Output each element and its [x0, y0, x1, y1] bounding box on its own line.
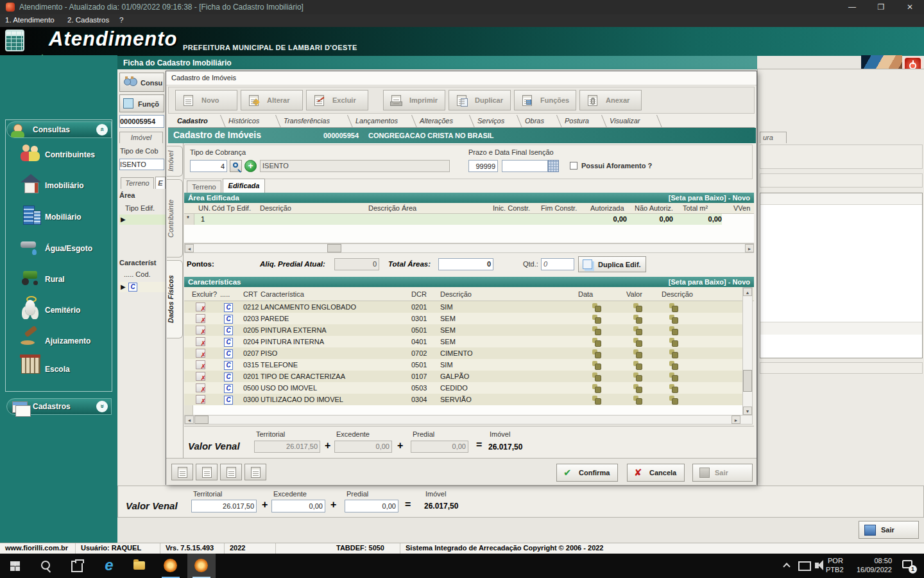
delete-row-icon[interactable]: ✗	[196, 372, 205, 381]
caract-hscroll-left-icon[interactable]: ◄	[185, 416, 194, 424]
notification-center-button[interactable]: 1	[896, 554, 924, 578]
sidebar-item-escola[interactable]: Escola	[45, 365, 70, 374]
c-badge[interactable]: C	[224, 372, 233, 381]
imobiliario-icon[interactable]	[19, 174, 42, 195]
bg-excedente-field[interactable]: 0,00	[271, 500, 325, 512]
c-badge[interactable]: C	[224, 315, 233, 324]
sidebar-item-cemiterio[interactable]: Cemitério	[45, 306, 80, 315]
sidebar-section-cadastros[interactable]: Cadastros »	[6, 398, 112, 415]
delete-row-icon[interactable]: ✗	[196, 326, 205, 335]
descricao-picker-icon[interactable]	[669, 361, 677, 369]
tab-historicos[interactable]: Históricos	[223, 115, 278, 128]
valor-picker-icon[interactable]	[633, 326, 641, 334]
imprimir-button[interactable]: Imprimir	[383, 90, 445, 110]
fiorilli-app-2-icon[interactable]	[187, 554, 216, 578]
bg-tab-postura-partial[interactable]: ura	[760, 132, 787, 143]
c-badge[interactable]: C	[224, 384, 233, 393]
c-badge[interactable]: C	[224, 396, 233, 405]
close-button[interactable]: ✕	[896, 0, 924, 14]
caract-row-9[interactable]: ✗ C 0300 UTILIZACAO DO IMOVEL 0304 SERVI…	[184, 394, 742, 405]
caract-hscrollbar[interactable]: ◄ ►	[184, 415, 753, 425]
bg-isento-field[interactable]: ISENTO	[119, 159, 164, 170]
bg-funcoes-button[interactable]: Funçõ	[119, 94, 164, 112]
caract-row-4[interactable]: ✗ C 0204 PINTURA INTERNA 0401 SEM	[184, 336, 742, 347]
caract-row-6[interactable]: ✗ C 0315 TELEFONE 0501 SIM	[184, 359, 742, 371]
menu-atendimento[interactable]: 1. Atendimento	[5, 16, 55, 24]
search-cobranca-button[interactable]	[230, 160, 242, 172]
side-tab-contribuinte[interactable]: Contribuinte	[167, 179, 183, 258]
chevron-down-icon[interactable]: »	[96, 401, 108, 412]
data-final-input[interactable]	[502, 160, 548, 172]
tab-cadastro[interactable]: Cadastro	[172, 115, 223, 128]
delete-row-icon[interactable]: ✗	[196, 349, 205, 358]
agua-esgoto-icon[interactable]	[19, 236, 42, 257]
caract-vscrollbar[interactable]: ▲ ▼	[742, 287, 753, 415]
clock[interactable]: 08:50 16/09/2022	[848, 554, 894, 578]
novo-button[interactable]: Novo	[175, 90, 237, 110]
data-picker-icon[interactable]	[592, 396, 600, 403]
subtab-terreno[interactable]: Terreno	[187, 180, 221, 193]
side-tab-dados-fisicos[interactable]: Dados Físicos	[167, 260, 183, 338]
descricao-picker-icon[interactable]	[669, 338, 677, 346]
tab-visualizar[interactable]: Visualizar	[604, 115, 660, 128]
file-explorer-icon[interactable]	[126, 554, 154, 578]
data-picker-icon[interactable]	[592, 361, 600, 369]
tab-postura[interactable]: Postura	[560, 115, 604, 128]
contribuintes-icon[interactable]	[19, 143, 42, 164]
excluir-button[interactable]: Excluir	[306, 90, 368, 110]
valor-picker-icon[interactable]	[633, 361, 641, 369]
data-picker-icon[interactable]	[592, 338, 600, 346]
maximize-button[interactable]: ❐	[867, 0, 895, 14]
descricao-picker-icon[interactable]	[669, 396, 677, 403]
data-picker-icon[interactable]	[592, 349, 600, 357]
total-areas-field[interactable]: 0	[438, 258, 493, 270]
delete-row-icon[interactable]: ✗	[196, 314, 205, 323]
tab-obras[interactable]: Obras	[520, 115, 560, 128]
menu-help[interactable]: ?	[119, 16, 123, 24]
data-picker-icon[interactable]	[592, 303, 600, 311]
sidebar-item-agua-esgoto[interactable]: Água/Esgoto	[45, 244, 92, 253]
bg-territorial-field[interactable]: 26.017,50	[191, 500, 257, 512]
sidebar-item-imobiliario[interactable]: Imobiliário	[45, 181, 84, 190]
data-picker-icon[interactable]	[592, 372, 600, 380]
calendar-calc-button[interactable]	[548, 160, 559, 172]
descricao-picker-icon[interactable]	[669, 326, 677, 334]
area-row[interactable]: 1 0,00 0,00 0,00	[194, 214, 722, 225]
fiorilli-app-1-icon[interactable]	[157, 554, 185, 578]
delete-row-icon[interactable]: ✗	[196, 383, 205, 392]
area-hscroll-left-icon[interactable]: ◄	[185, 244, 194, 252]
cemiterio-icon[interactable]	[19, 296, 42, 317]
sidebar-item-rural[interactable]: Rural	[45, 275, 65, 284]
qtd-field[interactable]: 0	[541, 258, 574, 270]
chevron-up-icon[interactable]: «	[96, 124, 108, 136]
nav-prev-button[interactable]	[196, 464, 218, 480]
bg-sair-button[interactable]: Sair	[859, 521, 919, 539]
bg-consulta-button[interactable]: Consu	[119, 73, 164, 92]
sidebar-item-contribuintes[interactable]: Contribuintes	[45, 150, 95, 159]
anexar-button[interactable]: Anexar	[579, 90, 642, 110]
duplicar-button[interactable]: Duplicar	[449, 90, 511, 110]
bg-tab-edificada-partial[interactable]: E	[155, 177, 166, 189]
tab-transferencias[interactable]: Transferências	[278, 115, 350, 128]
descricao-picker-icon[interactable]	[669, 372, 677, 380]
aforamento-checkbox[interactable]	[570, 162, 578, 170]
caract-row-8[interactable]: ✗ C 0500 USO DO IMOVEL 0503 CEDIDO	[184, 382, 742, 394]
delete-row-icon[interactable]: ✗	[196, 395, 205, 404]
valor-picker-icon[interactable]	[633, 338, 641, 346]
caract-vscroll-thumb[interactable]	[743, 370, 752, 392]
bg-predial-field[interactable]: 0,00	[345, 500, 398, 512]
data-picker-icon[interactable]	[592, 315, 600, 322]
descricao-picker-icon[interactable]	[669, 384, 677, 392]
bg-code-field[interactable]: 000005954	[119, 115, 164, 128]
bg-tab-imovel[interactable]: Imóvel	[119, 132, 163, 143]
tab-lancamentos[interactable]: Lançamentos	[350, 115, 415, 128]
ajuizamento-icon[interactable]	[19, 328, 42, 348]
rural-icon[interactable]	[19, 267, 42, 288]
nav-last-button[interactable]	[244, 464, 266, 480]
status-site[interactable]: www.fiorilli.com.br	[0, 543, 76, 554]
valor-picker-icon[interactable]	[633, 384, 641, 392]
caract-row-7[interactable]: ✗ C 0201 TIPO DE CARACTERIZAA 0107 GALPÃ…	[184, 371, 742, 382]
confirma-button[interactable]: ✔ Confirma	[556, 464, 618, 482]
delete-row-icon[interactable]: ✗	[196, 337, 205, 346]
funcoes-button[interactable]: Funções	[514, 90, 576, 110]
